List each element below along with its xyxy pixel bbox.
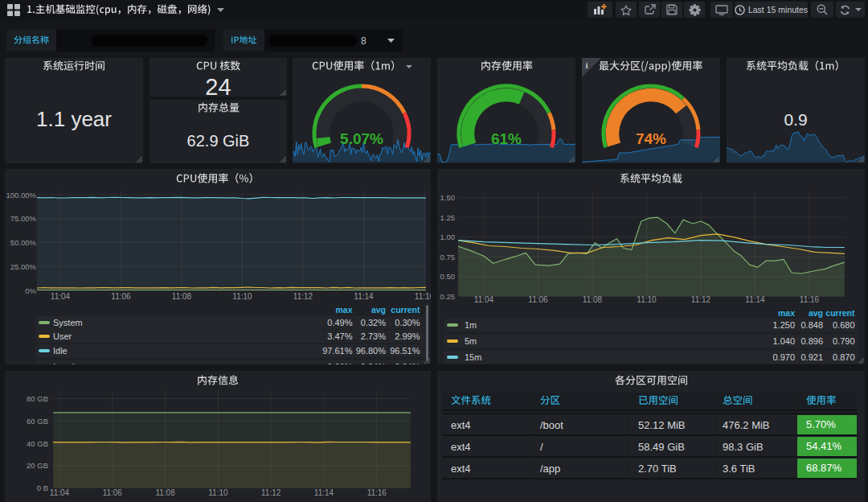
- legend-series-name[interactable]: User: [53, 331, 72, 341]
- panel-title-cpu-cores[interactable]: [149, 58, 287, 75]
- panel-resize-handle[interactable]: [424, 358, 430, 364]
- panel-title-text: [198, 102, 240, 115]
- legend-value-current: 0.790: [833, 335, 855, 345]
- table-column-header[interactable]: [540, 395, 560, 409]
- table-row-separator: [442, 456, 857, 458]
- panel-title-text: [197, 375, 239, 388]
- cycle-view-button[interactable]: [710, 2, 733, 18]
- time-picker-button[interactable]: Last 15 minutes: [735, 2, 808, 18]
- legend-series-name[interactable]: Iowait: [53, 361, 76, 364]
- legend-value-avg: 2.73%: [361, 331, 386, 341]
- legend-value-max: 97.61%: [322, 345, 352, 355]
- x-axis-label: 11:16: [800, 295, 820, 304]
- panel-resize-handle[interactable]: [424, 157, 430, 163]
- panel-title-cpu-usage[interactable]: [293, 58, 431, 75]
- refresh-button[interactable]: [836, 2, 865, 18]
- legend-value-avg: 0.04%: [361, 361, 386, 364]
- panel-resize-handle[interactable]: [714, 157, 719, 163]
- panel-title-disk-table[interactable]: [437, 371, 865, 392]
- legend-value-current: 0.30%: [395, 317, 420, 327]
- y-axis-label: 1.25: [440, 213, 456, 222]
- table-cell-mount: /: [540, 440, 543, 452]
- y-axis-label: 80 GB: [27, 394, 48, 403]
- legend-series-color[interactable]: [39, 349, 50, 352]
- panel-resize-handle[interactable]: [280, 157, 286, 163]
- legend-value-max: 0.970: [772, 352, 795, 361]
- x-axis-label: 11:16: [367, 488, 387, 497]
- legend-series-color[interactable]: [39, 321, 50, 324]
- table-column-header[interactable]: [723, 395, 753, 409]
- panel-title-cpu-chart[interactable]: [5, 169, 431, 190]
- x-axis-label: 11:10: [208, 488, 228, 497]
- legend-series-name[interactable]: 15m: [465, 352, 481, 361]
- table-column-header[interactable]: [451, 395, 491, 409]
- legend-series-color[interactable]: [447, 323, 458, 327]
- legend-series-color[interactable]: [447, 356, 458, 359]
- legend-value-max: 0.06%: [327, 361, 352, 364]
- dashboard-title[interactable]: [27, 0, 224, 19]
- panel-title-app-usage[interactable]: [582, 58, 720, 75]
- legend-series-name[interactable]: 5m: [465, 335, 477, 345]
- table-column-separator: [530, 393, 530, 479]
- table-cell-usage: 54.41%: [797, 437, 857, 456]
- panel-title-mem-total[interactable]: [149, 100, 287, 117]
- x-axis-label: 11:12: [261, 488, 281, 497]
- panel-title-mem-usage[interactable]: [437, 58, 575, 75]
- panel-title-text: [620, 173, 682, 186]
- x-axis-label: 11:06: [103, 488, 123, 497]
- panel-info-corner[interactable]: i: [582, 58, 601, 77]
- legend-series-name[interactable]: System: [53, 317, 83, 327]
- add-panel-button[interactable]: [588, 2, 612, 18]
- legend-value-current: 96.51%: [390, 345, 420, 355]
- series-fill-Idle: [37, 197, 426, 290]
- legend-column-avg[interactable]: avg: [371, 305, 386, 315]
- y-axis-label: 40 GB: [27, 439, 48, 448]
- y-axis-label: 20 GB: [27, 461, 48, 470]
- share-button[interactable]: [639, 2, 660, 18]
- mem-total-value: 62.9 GiB: [149, 132, 287, 150]
- legend-scrollbar[interactable]: [426, 305, 428, 361]
- panel-mem-info-chart: 11:0411:0611:0811:1011:1211:1411:1680 GB…: [5, 371, 431, 502]
- panel-title-load-average[interactable]: [727, 58, 865, 75]
- star-button[interactable]: [616, 2, 637, 18]
- legend-series-color[interactable]: [39, 335, 50, 338]
- panel-resize-handle[interactable]: [280, 90, 286, 96]
- panel-resize-handle[interactable]: [858, 157, 864, 163]
- variable-label-text: [231, 35, 257, 46]
- table-cell-used: 2.70 TiB: [638, 462, 677, 474]
- legend-series-color[interactable]: [447, 339, 458, 343]
- panel-resize-handle[interactable]: [137, 157, 142, 163]
- save-button[interactable]: [661, 2, 682, 18]
- legend-column-avg[interactable]: avg: [809, 308, 823, 318]
- legend-series-name[interactable]: 1m: [465, 319, 477, 329]
- table-cell-total: 476.2 MiB: [723, 418, 770, 430]
- cpu-cores-value: 24: [149, 74, 287, 97]
- panel-title-text: [43, 60, 105, 73]
- panel-mem-usage-gauge: 61%: [437, 58, 575, 163]
- variable-value-ip[interactable]: 8: [264, 30, 403, 51]
- table-column-header[interactable]: [638, 395, 678, 409]
- panel-resize-handle[interactable]: [569, 157, 575, 163]
- legend-value-current: 0.870: [833, 352, 855, 361]
- zoom-out-button[interactable]: [811, 2, 833, 18]
- share-icon: [644, 4, 656, 15]
- settings-button[interactable]: [684, 2, 705, 18]
- load-average-value: 0.9: [727, 110, 865, 130]
- panel-title-load-chart[interactable]: [437, 169, 865, 190]
- table-column-header[interactable]: [806, 395, 837, 409]
- legend-series-name[interactable]: Idle: [53, 345, 68, 355]
- legend-column-max[interactable]: max: [335, 305, 352, 315]
- panel-title-text: [615, 375, 688, 388]
- panel-cpu-usage-gauge: 5.07%: [293, 58, 431, 163]
- dashboard-grid-icon[interactable]: [7, 4, 20, 16]
- variable-value-group[interactable]: [56, 30, 215, 51]
- legend-column-current[interactable]: current: [391, 305, 420, 315]
- panel-title-uptime[interactable]: [5, 58, 143, 75]
- panel-title-mem-chart[interactable]: [5, 371, 431, 392]
- panel-resize-handle[interactable]: [858, 358, 864, 364]
- x-axis-label: 11:10: [637, 295, 657, 304]
- legend-column-current[interactable]: current: [825, 308, 854, 318]
- panel-title-text: [481, 60, 533, 73]
- panel-title-text: [599, 60, 703, 73]
- legend-column-max[interactable]: max: [778, 308, 795, 318]
